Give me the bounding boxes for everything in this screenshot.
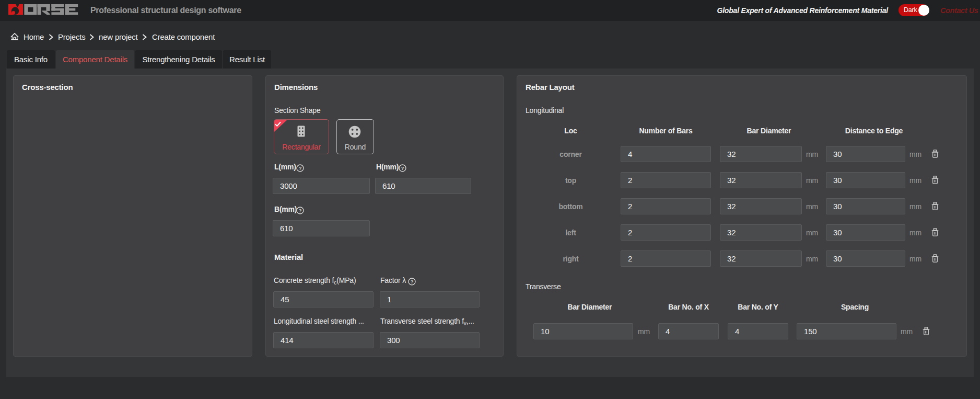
- svg-text:?: ?: [401, 165, 404, 171]
- svg-text:?: ?: [299, 208, 302, 213]
- svg-text:?: ?: [299, 165, 302, 171]
- svg-text:?: ?: [411, 279, 414, 284]
